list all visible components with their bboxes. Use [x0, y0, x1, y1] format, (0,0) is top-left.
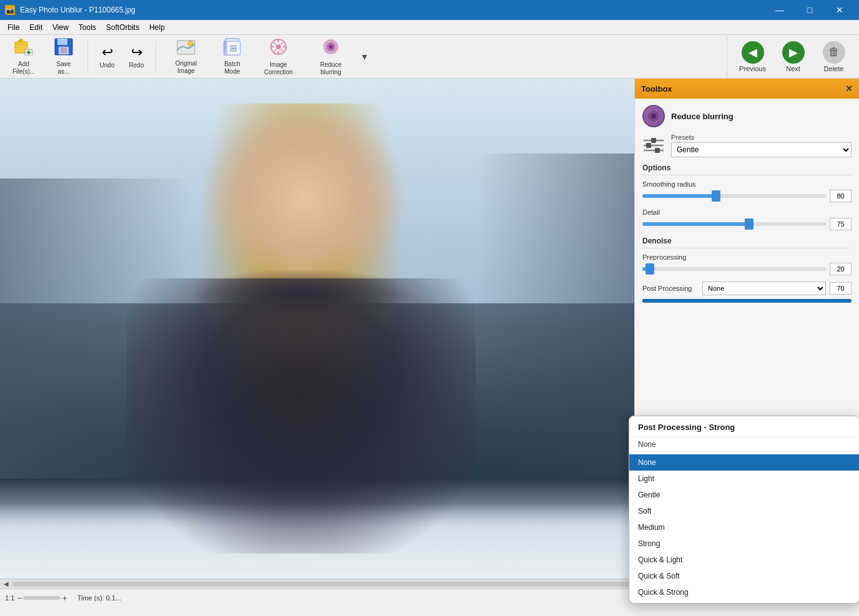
undo-label: Undo	[100, 62, 115, 69]
menu-edit[interactable]: Edit	[24, 22, 47, 33]
title-bar: 📷 Easy Photo Unblur - P1100665.jpg — □ ✕	[0, 0, 859, 20]
redo-button[interactable]: ↪ Redo	[122, 37, 150, 76]
minimize-button[interactable]: —	[765, 0, 794, 20]
reduce-blurring-title: Reduce blurring	[671, 112, 734, 121]
dropdown-item-none[interactable]: None	[629, 454, 859, 471]
previous-button[interactable]: ◀ Previous	[732, 37, 773, 76]
dropdown-item-quick-soft[interactable]: Quick & Soft	[629, 568, 859, 584]
svg-rect-23	[646, 143, 651, 148]
dropdown-item-strong[interactable]: Strong	[629, 535, 859, 552]
detail-thumb[interactable]	[745, 218, 753, 230]
scroll-left-button[interactable]: ◀	[2, 580, 10, 587]
postprocessing-slider	[642, 299, 852, 303]
undo-redo-group: ↩ Undo ↪ Redo	[93, 37, 150, 76]
title-bar-controls: — □ ✕	[765, 0, 854, 20]
maximize-button[interactable]: □	[795, 0, 824, 20]
reduce-blurring-section: Reduce blurring	[642, 105, 852, 127]
menu-help[interactable]: Help	[144, 22, 170, 33]
dropdown-item-gentle[interactable]: Gentle	[629, 487, 859, 503]
svg-point-13	[276, 44, 281, 49]
nav-buttons: ◀ Previous ▶ Next 🗑 Delete	[727, 35, 854, 79]
detail-track[interactable]	[642, 222, 826, 226]
status-time: Time (s): 0.1...	[77, 594, 122, 602]
dropdown-item-soft[interactable]: Soft	[629, 503, 859, 519]
presets-select[interactable]: Gentle Normal Strong Custom	[671, 142, 852, 157]
zoom-in-button[interactable]: +	[62, 593, 67, 603]
smoothing-radius-fill	[642, 194, 716, 198]
smoothing-radius-thumb[interactable]	[712, 190, 720, 202]
preprocessing-track[interactable]	[642, 267, 826, 271]
original-image-icon	[177, 39, 195, 59]
svg-rect-25	[655, 148, 660, 153]
smoothing-radius-row: Smoothing radius 80	[642, 180, 852, 202]
next-button[interactable]: ▶ Next	[773, 37, 813, 76]
presets-label: Presets	[671, 134, 852, 141]
add-files-icon	[14, 38, 34, 59]
svg-rect-5	[61, 48, 67, 53]
window-title: Easy Photo Unblur - P1100665.jpg	[20, 6, 135, 14]
undo-button[interactable]: ↩ Undo	[93, 37, 121, 76]
dropdown-item-quick-strong[interactable]: Quick & Strong	[629, 584, 859, 600]
smoothing-radius-slider: 80	[642, 190, 852, 202]
expand-button[interactable]: ▼	[358, 37, 371, 76]
menu-view[interactable]: View	[47, 22, 74, 33]
detail-value: 75	[830, 218, 852, 230]
next-icon: ▶	[782, 41, 805, 64]
dropdown-item-quick-light[interactable]: Quick & Light	[629, 552, 859, 568]
image-correction-button[interactable]: ImageCorrection	[253, 37, 303, 76]
zoom-out-button[interactable]: −	[17, 593, 22, 603]
expand-icon: ▼	[360, 52, 369, 62]
detail-slider: 75	[642, 218, 852, 230]
status-zoom: 1:1 − +	[5, 593, 67, 603]
add-files-button[interactable]: AddFile(s)...	[5, 37, 42, 76]
presets-inner: Presets Gentle Normal Strong Custom	[671, 134, 852, 157]
postprocessing-track[interactable]	[642, 299, 852, 303]
svg-text:⊞: ⊞	[230, 43, 237, 53]
postprocessing-dropdown: Post Processing - Strong None None Light…	[629, 416, 859, 604]
reduce-blurring-section-icon	[642, 105, 665, 127]
svg-point-16	[329, 45, 333, 49]
svg-rect-3	[57, 39, 67, 45]
reduce-blurring-icon	[322, 37, 340, 60]
close-button[interactable]: ✕	[825, 0, 854, 20]
delete-button[interactable]: 🗑 Delete	[813, 37, 854, 76]
image-area[interactable]	[0, 79, 634, 579]
postprocessing-value: 70	[830, 282, 852, 295]
batch-mode-button[interactable]: ⊞ BatchMode	[214, 37, 251, 76]
smoothing-radius-track[interactable]	[642, 194, 826, 198]
add-files-label: AddFile(s)...	[12, 61, 35, 76]
dropdown-title: Post Processing - Strong	[629, 416, 859, 438]
batch-mode-icon: ⊞	[223, 38, 241, 59]
postprocessing-select[interactable]: None Light Gentle Soft Medium Strong Qui…	[702, 281, 826, 295]
options-header: Options	[642, 164, 852, 175]
previous-icon: ◀	[742, 41, 764, 64]
reduce-blurring-label: Reduceblurring	[320, 61, 341, 76]
toolbox-title: Toolbox	[641, 84, 672, 94]
preprocessing-thumb[interactable]	[645, 263, 654, 275]
menu-tools[interactable]: Tools	[74, 22, 101, 33]
redo-label: Redo	[129, 62, 144, 69]
smoothing-radius-value: 80	[830, 190, 852, 202]
title-bar-left: 📷 Easy Photo Unblur - P1100665.jpg	[5, 5, 135, 15]
zoom-track[interactable]	[23, 596, 61, 600]
detail-label: Detail	[642, 208, 852, 216]
toolbox-close-button[interactable]: ✕	[845, 84, 853, 94]
save-as-button[interactable]: Saveas...	[45, 37, 82, 76]
preprocessing-row: Preprocessing 20	[642, 253, 852, 275]
dropdown-item-medium[interactable]: Medium	[629, 519, 859, 535]
delete-label: Delete	[824, 65, 844, 72]
postprocessing-slider-row	[642, 299, 852, 303]
dropdown-item-light[interactable]: Light	[629, 471, 859, 487]
toolbox-panel: Toolbox ✕ Reduce blurring	[634, 79, 859, 579]
save-as-label: Saveas...	[57, 61, 71, 76]
svg-point-7	[188, 41, 193, 46]
menu-bar: File Edit View Tools SoftOrbits Help	[0, 20, 859, 35]
menu-file[interactable]: File	[2, 22, 24, 33]
zoom-level: 1:1	[5, 594, 14, 602]
main-content: Toolbox ✕ Reduce blurring	[0, 79, 859, 579]
original-image-button[interactable]: OriginalImage	[161, 37, 211, 76]
next-label: Next	[786, 65, 800, 72]
reduce-blurring-button[interactable]: Reduceblurring	[306, 37, 356, 76]
image-correction-label: ImageCorrection	[264, 61, 293, 76]
menu-softorbits[interactable]: SoftOrbits	[101, 22, 144, 33]
